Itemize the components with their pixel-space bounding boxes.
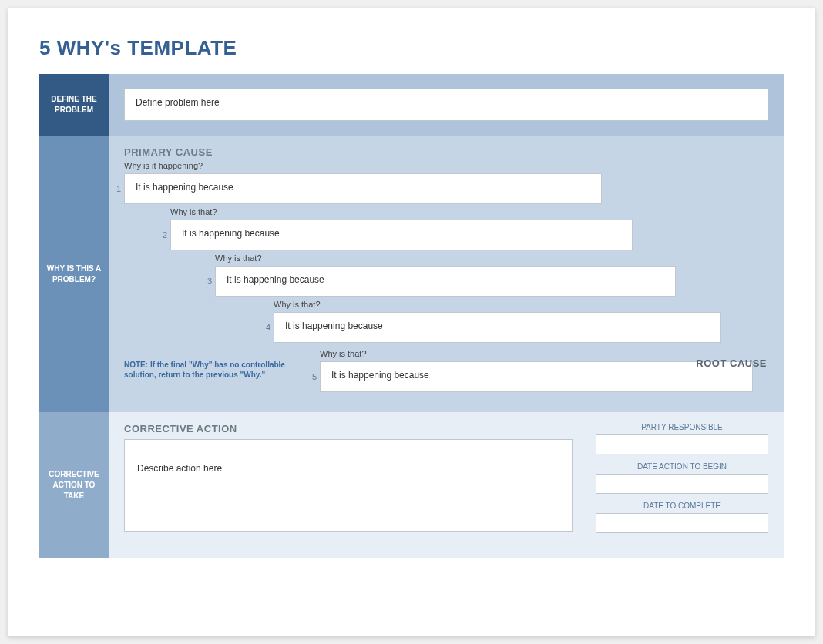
action-sidebar: CORRECTIVE ACTION TO TAKE xyxy=(39,412,109,558)
why-1-input[interactable]: It is happening because xyxy=(124,173,602,204)
why-3-question: Why is that? xyxy=(215,253,768,263)
why-4-question: Why is that? xyxy=(274,300,768,309)
date-complete-label: DATE TO COMPLETE xyxy=(596,501,768,510)
whys-sidebar: WHY IS THIS A PROBLEM? xyxy=(39,136,109,412)
root-cause-label: ROOT CAUSE xyxy=(696,357,767,369)
corrective-action-input[interactable]: Describe action here xyxy=(124,439,573,532)
why-2-question: Why is that? xyxy=(170,207,768,216)
party-responsible-label: PARTY RESPONSIBLE xyxy=(596,423,768,431)
define-sidebar: DEFINE THE PROBLEM xyxy=(39,74,109,136)
action-left: CORRECTIVE ACTION Describe action here xyxy=(124,423,573,541)
action-content: CORRECTIVE ACTION Describe action here P… xyxy=(109,412,784,558)
why-1-question: Why is it happening? xyxy=(124,161,768,170)
why-5-number: 5 xyxy=(306,372,317,381)
whys-content: PRIMARY CAUSE ROOT CAUSE Why is it happe… xyxy=(109,136,784,412)
why-5-input[interactable]: It is happening because xyxy=(320,361,753,392)
define-problem-input[interactable]: Define problem here xyxy=(124,89,768,121)
why-4-input[interactable]: It is happening because xyxy=(274,312,721,343)
page-title: 5 WHY's TEMPLATE xyxy=(39,36,784,60)
date-complete-input[interactable] xyxy=(596,513,768,533)
why-2-input[interactable]: It is happening because xyxy=(170,220,633,250)
whys-note: NOTE: If the final "Why" has no controll… xyxy=(124,360,301,380)
why-4-number: 4 xyxy=(260,323,270,332)
party-responsible-input[interactable] xyxy=(596,434,768,454)
why-3-input[interactable]: It is happening because xyxy=(215,266,676,297)
define-block: DEFINE THE PROBLEM Define problem here xyxy=(39,74,784,136)
page: 5 WHY's TEMPLATE DEFINE THE PROBLEM Defi… xyxy=(8,8,815,636)
why-2-number: 2 xyxy=(156,230,167,240)
whys-block: WHY IS THIS A PROBLEM? PRIMARY CAUSE ROO… xyxy=(39,136,784,412)
action-block: CORRECTIVE ACTION TO TAKE CORRECTIVE ACT… xyxy=(39,412,784,558)
date-begin-label: DATE ACTION TO BEGIN xyxy=(596,462,768,471)
why-3-number: 3 xyxy=(201,277,212,286)
corrective-action-header: CORRECTIVE ACTION xyxy=(124,423,573,434)
define-content: Define problem here xyxy=(109,74,784,136)
date-begin-input[interactable] xyxy=(596,474,768,494)
action-right: PARTY RESPONSIBLE DATE ACTION TO BEGIN D… xyxy=(596,423,768,541)
why-1-number: 1 xyxy=(110,184,121,193)
primary-cause-header: PRIMARY CAUSE xyxy=(124,146,768,158)
